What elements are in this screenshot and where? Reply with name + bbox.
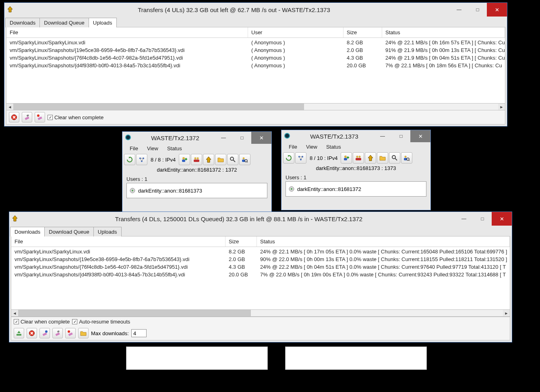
- table-row[interactable]: vm/SparkyLinux/SparkyLinux.vdi( Anonymou…: [6, 39, 505, 46]
- close-button[interactable]: ✕: [487, 3, 507, 17]
- find-user-icon[interactable]: [239, 154, 250, 165]
- app-icon: [7, 6, 14, 13]
- svg-rect-3: [27, 114, 29, 117]
- scroll-left-icon[interactable]: ◄: [11, 311, 18, 315]
- users-icon[interactable]: [353, 152, 364, 164]
- auto-resume-checkbox[interactable]: ✓ Auto-resume timeouts: [72, 319, 130, 325]
- downloads-list[interactable]: vm/SparkyLinux/SparkyLinux.vdi8.2 GB24% …: [11, 247, 510, 310]
- refresh-icon[interactable]: [124, 154, 135, 165]
- cancel-button[interactable]: [27, 328, 37, 338]
- col-size[interactable]: Size: [343, 27, 382, 37]
- user-list[interactable]: darkEntity::anon::81681372: [286, 181, 426, 197]
- find-user-icon[interactable]: [401, 152, 412, 164]
- cell-status: 24% @ 22.2 MB/s [ 0h 04m 51s ETA ] 0.0% …: [257, 263, 510, 270]
- scroll-right-icon[interactable]: ►: [503, 311, 510, 315]
- refresh-icon[interactable]: [283, 152, 294, 164]
- cell-status: 7% @ 22.0 MB/s [ 0h 19m 00s ETA ] 0.0% w…: [257, 271, 510, 278]
- resume-button[interactable]: [14, 328, 24, 338]
- tab-downloads[interactable]: Downloads: [10, 227, 45, 236]
- cell-size: 20.0 GB: [343, 62, 382, 69]
- table-row[interactable]: vm/SparkyLinux/Snapshots/{d4f938f0-b0f0-…: [6, 62, 505, 69]
- max-downloads-input[interactable]: [131, 329, 147, 337]
- svg-point-53: [68, 330, 70, 333]
- table-row[interactable]: vm/SparkyLinux/Snapshots/{19e5ce38-6959-…: [6, 46, 505, 54]
- search-icon[interactable]: [227, 154, 238, 165]
- list-area[interactable]: [126, 346, 268, 370]
- svg-point-49: [45, 330, 48, 333]
- add-user-icon[interactable]: [341, 152, 352, 164]
- cell-size: 8.2 GB: [226, 248, 257, 255]
- cell-user: ( Anonymous ): [248, 54, 343, 61]
- folder-icon[interactable]: [377, 152, 388, 164]
- list-area[interactable]: [285, 346, 427, 370]
- col-status[interactable]: Status: [382, 27, 505, 37]
- cancel-button[interactable]: [9, 112, 19, 122]
- user-list[interactable]: darkEntity::anon::81681373: [126, 183, 267, 198]
- col-file[interactable]: File: [6, 27, 248, 37]
- svg-point-38: [405, 156, 407, 158]
- cell-file: vm/SparkyLinux/Snapshots/{19e5ce38-6959-…: [6, 47, 248, 54]
- table-row[interactable]: vm/SparkyLinux/Snapshots/{76f4c8db-1e56-…: [6, 54, 505, 62]
- svg-rect-31: [344, 158, 347, 160]
- tab-download-queue[interactable]: Download Queue: [39, 18, 89, 27]
- user-node-icon: [129, 187, 136, 194]
- menubar: File View Status: [281, 142, 430, 151]
- folder-icon[interactable]: [215, 154, 226, 165]
- menu-view[interactable]: View: [302, 143, 321, 151]
- scroll-right-icon[interactable]: ►: [498, 105, 505, 109]
- upload-icon[interactable]: [365, 152, 376, 164]
- table-row[interactable]: vm/SparkyLinux/Snapshots/{76f4c8db-1e56-…: [11, 263, 510, 271]
- svg-rect-4: [38, 116, 42, 120]
- clear-finished-button[interactable]: [39, 328, 50, 338]
- minimize-button[interactable]: —: [373, 130, 392, 142]
- minimize-button[interactable]: —: [214, 132, 233, 144]
- scroll-left-icon[interactable]: ◄: [6, 105, 13, 109]
- col-status[interactable]: Status: [257, 236, 510, 247]
- minimize-button[interactable]: —: [450, 3, 468, 17]
- tab-download-queue[interactable]: Download Queue: [44, 227, 93, 236]
- upload-icon[interactable]: [203, 154, 214, 165]
- close-button[interactable]: ✕: [492, 212, 512, 226]
- menu-file[interactable]: File: [285, 143, 301, 151]
- table-row[interactable]: vm/SparkyLinux/Snapshots/{d4f938f0-b0f0-…: [11, 271, 510, 278]
- svg-marker-46: [17, 331, 21, 333]
- uploads-list[interactable]: vm/SparkyLinux/SparkyLinux.vdi( Anonymou…: [6, 38, 505, 104]
- cell-status: 90% @ 22.0 MB/s [ 0h 00m 13s ETA ] 0.0% …: [257, 256, 510, 263]
- h-scrollbar[interactable]: ◄ ►: [6, 104, 505, 110]
- menu-view[interactable]: View: [143, 145, 162, 152]
- maximize-button[interactable]: □: [468, 3, 487, 17]
- network-icon[interactable]: [136, 154, 147, 165]
- maximize-button[interactable]: □: [473, 212, 492, 226]
- clear-one-button[interactable]: [52, 328, 63, 338]
- menu-status[interactable]: Status: [163, 145, 186, 152]
- maximize-button[interactable]: □: [392, 130, 410, 142]
- clear-all-button[interactable]: [35, 112, 45, 122]
- users-icon[interactable]: [191, 154, 202, 165]
- col-size[interactable]: Size: [226, 236, 257, 247]
- table-row[interactable]: vm/SparkyLinux/SparkyLinux.vdi8.2 GB24% …: [11, 248, 510, 255]
- tab-downloads[interactable]: Downloads: [5, 18, 40, 27]
- menu-status[interactable]: Status: [322, 143, 345, 151]
- minimize-button[interactable]: —: [455, 212, 473, 226]
- maximize-button[interactable]: □: [233, 132, 251, 144]
- auto-resume-label: Auto-resume timeouts: [79, 319, 130, 325]
- search-icon[interactable]: [389, 152, 400, 164]
- h-scrollbar[interactable]: ◄ ►: [11, 310, 510, 317]
- clear-all-button[interactable]: [65, 328, 76, 338]
- close-button[interactable]: ✕: [251, 132, 271, 144]
- col-user[interactable]: User: [248, 27, 343, 37]
- network-icon[interactable]: [295, 152, 306, 164]
- close-button[interactable]: ✕: [410, 130, 430, 142]
- tab-uploads[interactable]: Uploads: [93, 227, 122, 236]
- window-title: Transfers (4 ULs) 32.3 GB out left @ 62.…: [18, 6, 450, 13]
- add-user-icon[interactable]: [179, 154, 190, 165]
- clear-when-complete-checkbox[interactable]: ✓ Clear when complete: [14, 319, 70, 325]
- table-row[interactable]: vm/SparkyLinux/Snapshots/{19e5ce38-6959-…: [11, 255, 510, 263]
- clear-one-button[interactable]: [22, 112, 32, 122]
- clear-when-complete-checkbox[interactable]: ✓ Clear when complete: [48, 114, 103, 120]
- svg-point-13: [194, 158, 197, 160]
- menu-file[interactable]: File: [126, 145, 142, 152]
- col-file[interactable]: File: [11, 236, 226, 247]
- open-folder-button[interactable]: [78, 328, 89, 338]
- tab-uploads[interactable]: Uploads: [89, 18, 117, 27]
